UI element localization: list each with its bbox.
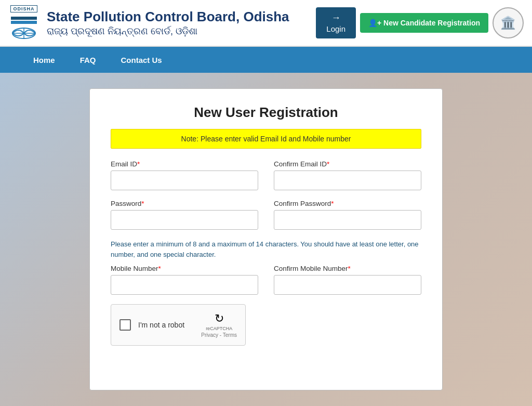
captcha-brand: reCAPTCHA [206,326,232,332]
header-title-or: ରାଜ୍ୟ ପ୍ରଦୂଷଣ ନିୟନ୍ତ୍ରଣ ବୋର୍ଡ, ଓଡ଼ିଶା [47,26,289,37]
header-title-en: State Pollution Control Board, Odisha [47,9,289,25]
confirm-mobile-label: Confirm Mobile Number* [274,265,421,272]
mobile-row: Mobile Number* Confirm Mobile Number* [111,265,421,295]
mobile-required-star: * [158,265,161,272]
password-required-star: * [141,200,144,207]
confirm-mobile-required-star: * [348,265,351,272]
new-candidate-button[interactable]: 👤+ New Candidate Registration [360,13,488,33]
mobile-label: Mobile Number* [111,265,258,272]
nav-contact-us[interactable]: Contact Us [109,48,175,72]
svg-rect-0 [11,17,37,20]
header-left: ODISHA State Pollution Control Board, Od… [8,5,289,41]
password-group: Password* [111,200,258,230]
password-row: Password* Confirm Password* [111,200,421,230]
header: ODISHA State Pollution Control Board, Od… [0,0,532,47]
password-label: Password* [111,200,258,207]
confirm-email-group: Confirm Email ID* [274,160,421,190]
logo-box: ODISHA [8,5,39,41]
navbar: Home FAQ Contact Us [0,47,532,73]
mobile-input[interactable] [111,275,258,295]
captcha-checkbox[interactable] [119,319,131,331]
captcha-box: I'm not a robot ↻ reCAPTCHA Privacy - Te… [111,304,246,346]
confirm-mobile-input[interactable] [274,275,421,295]
email-group: Email ID* [111,160,258,190]
email-row: Email ID* Confirm Email ID* [111,160,421,190]
logo-odisha-text: ODISHA [10,5,37,12]
registration-form-card: New User Registration Note: Please enter… [89,88,443,390]
form-title: New User Registration [111,104,421,121]
confirm-password-label: Confirm Password* [274,200,421,207]
confirm-email-input[interactable] [274,171,421,190]
new-candidate-label: New Candidate Registration [383,19,480,27]
nav-faq[interactable]: FAQ [68,48,109,72]
nav-home[interactable]: Home [21,48,68,72]
captcha-privacy-terms: Privacy - Terms [201,332,237,338]
email-label: Email ID* [111,160,258,168]
confirm-password-input[interactable] [274,210,421,230]
password-input[interactable] [111,210,258,230]
email-required-star: * [137,160,140,168]
emblem: 🏛️ [493,7,524,38]
login-icon: → [331,12,341,23]
login-button[interactable]: → Login [316,7,356,38]
confirm-password-required-star: * [331,200,334,207]
login-label: Login [326,24,345,33]
captcha-label: I'm not a robot [138,321,194,329]
captcha-logo-area: ↻ reCAPTCHA Privacy - Terms [201,312,237,338]
logo-wave-icon [8,15,39,41]
note-bar: Note: Please enter valid Email Id and Mo… [111,129,421,149]
confirm-mobile-group: Confirm Mobile Number* [274,265,421,295]
mobile-group: Mobile Number* [111,265,258,295]
user-plus-icon: 👤+ [368,19,383,27]
email-input[interactable] [111,171,258,190]
recaptcha-icon: ↻ [215,312,224,325]
password-hint: Please enter a minimum of 8 and a maximu… [111,239,421,259]
confirm-email-required-star: * [327,160,329,168]
confirm-email-label: Confirm Email ID* [274,160,421,168]
content-area: New User Registration Note: Please enter… [0,73,532,406]
svg-rect-1 [11,21,37,24]
header-right: → Login 👤+ New Candidate Registration 🏛️ [316,7,524,38]
emblem-icon: 🏛️ [500,16,516,30]
header-title: State Pollution Control Board, Odisha ରା… [47,9,289,37]
confirm-password-group: Confirm Password* [274,200,421,230]
